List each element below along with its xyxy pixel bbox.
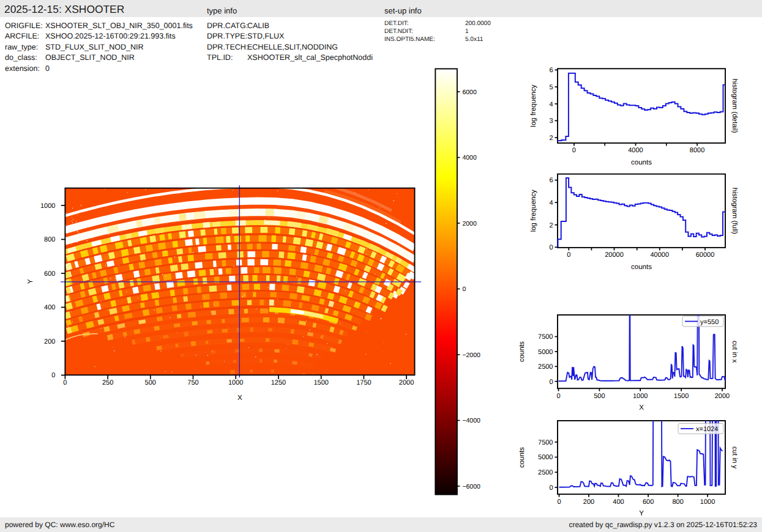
svg-text:4000: 4000: [462, 154, 477, 161]
svg-text:counts: counts: [631, 264, 652, 271]
svg-text:0: 0: [557, 498, 561, 506]
svg-text:Y: Y: [639, 510, 644, 517]
svg-text:histogram (full): histogram (full): [731, 188, 738, 234]
svg-text:6: 6: [549, 67, 553, 74]
svg-text:−2000: −2000: [462, 352, 480, 359]
svg-text:x=1024: x=1024: [696, 426, 718, 433]
svg-text:Y: Y: [27, 279, 34, 284]
svg-text:log frequency: log frequency: [531, 84, 538, 127]
svg-text:0: 0: [572, 147, 576, 154]
svg-text:y=550: y=550: [700, 319, 719, 326]
svg-text:5000: 5000: [538, 454, 553, 461]
svg-text:800: 800: [672, 498, 683, 506]
svg-text:800: 800: [44, 236, 55, 243]
svg-text:1250: 1250: [271, 379, 286, 386]
svg-text:400: 400: [44, 304, 55, 311]
svg-text:2: 2: [549, 135, 553, 142]
svg-text:4: 4: [549, 101, 553, 108]
svg-text:600: 600: [643, 498, 654, 506]
svg-text:X: X: [639, 404, 644, 412]
svg-text:counts: counts: [631, 159, 652, 166]
svg-text:histogram (detail): histogram (detail): [731, 79, 738, 133]
svg-text:600: 600: [44, 270, 55, 278]
svg-text:20000: 20000: [605, 251, 624, 259]
svg-text:500: 500: [145, 379, 156, 386]
svg-text:0: 0: [556, 393, 560, 400]
svg-text:2000: 2000: [399, 379, 414, 386]
svg-text:60000: 60000: [696, 251, 715, 259]
svg-text:1500: 1500: [313, 379, 328, 386]
svg-text:7500: 7500: [538, 439, 553, 446]
svg-text:0: 0: [549, 484, 553, 492]
svg-text:2: 2: [549, 222, 553, 229]
svg-text:0: 0: [549, 379, 553, 386]
svg-text:cut in y: cut in y: [731, 446, 738, 469]
svg-text:2000: 2000: [715, 393, 730, 400]
svg-text:1750: 1750: [356, 379, 371, 386]
svg-text:4000: 4000: [628, 147, 643, 154]
svg-text:6: 6: [549, 177, 553, 184]
svg-text:1000: 1000: [633, 393, 648, 400]
svg-text:6000: 6000: [462, 89, 477, 96]
svg-text:0: 0: [51, 372, 55, 379]
svg-text:0: 0: [462, 286, 466, 293]
svg-text:−4000: −4000: [462, 417, 480, 424]
svg-text:0: 0: [549, 244, 553, 251]
svg-text:3: 3: [549, 117, 553, 125]
svg-text:cut in x: cut in x: [731, 341, 738, 363]
svg-text:40000: 40000: [651, 251, 670, 259]
svg-text:X: X: [237, 394, 242, 402]
svg-text:0: 0: [567, 251, 570, 259]
svg-text:250: 250: [102, 379, 113, 386]
svg-text:2500: 2500: [538, 469, 553, 476]
svg-text:2000: 2000: [462, 220, 477, 227]
svg-text:1000: 1000: [228, 379, 243, 386]
svg-text:1500: 1500: [674, 393, 689, 400]
svg-text:400: 400: [613, 498, 624, 506]
svg-text:8000: 8000: [690, 147, 704, 154]
svg-text:1000: 1000: [700, 498, 715, 506]
svg-text:200: 200: [583, 498, 594, 506]
svg-text:4: 4: [549, 199, 553, 207]
svg-text:200: 200: [44, 338, 55, 345]
svg-text:0: 0: [63, 379, 67, 386]
svg-text:2500: 2500: [538, 363, 553, 371]
svg-text:5000: 5000: [538, 349, 553, 356]
svg-text:7500: 7500: [538, 333, 553, 341]
svg-text:counts: counts: [518, 341, 526, 362]
svg-text:750: 750: [187, 379, 198, 386]
svg-text:−6000: −6000: [462, 483, 480, 490]
svg-text:log frequency: log frequency: [531, 190, 538, 232]
svg-text:1000: 1000: [40, 202, 55, 210]
svg-text:500: 500: [594, 393, 605, 400]
svg-text:5: 5: [549, 84, 553, 91]
svg-text:counts: counts: [518, 447, 526, 468]
